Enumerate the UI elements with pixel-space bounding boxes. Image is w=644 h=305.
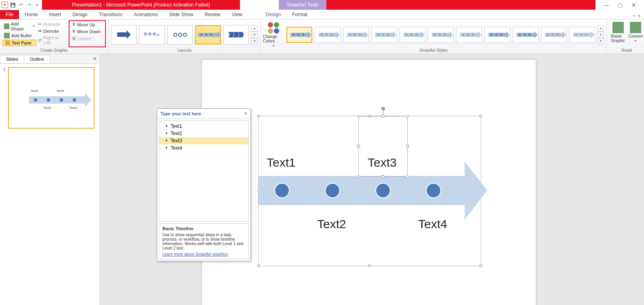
thumb-text4: Text4 [69, 106, 77, 110]
layout-option-4[interactable] [195, 25, 221, 44]
scroll-more-icon[interactable]: ▾ [251, 38, 258, 44]
style-option-4[interactable] [371, 27, 397, 43]
textpane-close-icon[interactable]: ✕ [244, 111, 247, 116]
reset-graphic-icon [612, 22, 624, 33]
textpane-item-1[interactable]: Text1 [159, 123, 248, 130]
layouts-scroll[interactable]: ▴▾▾ [251, 25, 258, 44]
rotation-handle-icon[interactable] [381, 107, 385, 110]
move-down-button[interactable]: ⬇Move Down [70, 28, 104, 34]
scroll-up-icon[interactable]: ▴ [251, 25, 258, 32]
scroll-down-icon[interactable]: ▾ [251, 32, 258, 38]
arrow-down-icon: ⬇ [72, 29, 76, 34]
tab-smartart-design[interactable]: Design [260, 10, 286, 19]
timeline-node-4[interactable] [426, 183, 441, 198]
timeline-node-2[interactable] [325, 183, 340, 198]
style-option-10[interactable] [541, 27, 567, 43]
tab-animations[interactable]: Animations [128, 10, 163, 19]
add-shape-button[interactable]: Add Shape ▾ [2, 21, 36, 32]
scroll-more-icon[interactable]: ▾ [598, 38, 604, 44]
layout-option-1[interactable] [111, 25, 137, 44]
slide-canvas[interactable]: Text1 Text3 Text2 Text4 [202, 60, 536, 305]
style-option-7[interactable] [456, 27, 482, 43]
textpane-list[interactable]: Text1 Text2 Text3 Text4 [159, 121, 249, 222]
layout-button[interactable]: ▦Layout ▾ [70, 35, 104, 41]
tab-smartart-format[interactable]: Format [286, 10, 313, 19]
group-label-styles: SmartArt Styles [263, 47, 604, 54]
scroll-down-icon[interactable]: ▾ [598, 32, 604, 38]
save-icon[interactable]: 💾 [10, 2, 16, 8]
redo-icon[interactable]: ↷ [26, 2, 32, 8]
textpane-title: Type your text here [160, 111, 201, 116]
textpane-footer-title: Basic Timeline [162, 226, 245, 231]
timeline-node-3[interactable] [375, 183, 391, 198]
slide-editor[interactable]: Text1 Text3 Text2 Text4 Type your text h… [100, 54, 644, 305]
textpane-item-2[interactable]: Text2 [159, 130, 248, 137]
textpane-item-3[interactable]: Text3 [159, 137, 248, 144]
right-to-left-button[interactable]: ⇄Right to Left [36, 35, 69, 45]
minimize-button[interactable]: ― [604, 2, 609, 8]
panel-close-icon[interactable]: ✕ [90, 56, 100, 61]
group-label-reset: Reset [609, 47, 644, 54]
style-option-1[interactable] [286, 27, 312, 43]
slides-tab[interactable]: Slides [0, 55, 24, 63]
style-option-11[interactable] [569, 27, 595, 43]
text-pane-icon [5, 40, 10, 45]
style-option-8[interactable] [484, 27, 510, 43]
tab-transitions[interactable]: Transitions [93, 10, 128, 19]
promote-button[interactable]: ⬅Promote [36, 21, 69, 27]
textpane-learn-more-link[interactable]: Learn more about SmartArt graphics [162, 252, 228, 256]
group-create-graphic: Add Shape ▾ Add Bullet Text Pane ⬅Promot… [0, 19, 109, 54]
layout-option-2[interactable]: ▶ [139, 25, 164, 44]
layout-option-3[interactable] [167, 25, 193, 44]
style-option-3[interactable] [343, 27, 369, 43]
tab-view[interactable]: View [226, 10, 248, 19]
thumb-text1: Text1 [31, 89, 38, 93]
add-shape-icon [4, 23, 9, 29]
scroll-up-icon[interactable]: ▴ [598, 25, 604, 32]
smartart-text-4[interactable]: Text4 [418, 217, 447, 231]
ribbon-minimize-icon[interactable]: ^ [633, 14, 635, 19]
style-option-2[interactable] [315, 27, 341, 43]
layout-option-5[interactable] [223, 25, 249, 44]
smartart-graphic[interactable]: Text1 Text3 Text2 Text4 [258, 116, 481, 266]
tab-design[interactable]: Design [67, 10, 93, 19]
style-option-9[interactable] [513, 27, 539, 43]
help-icon[interactable]: ? [638, 14, 640, 19]
textpane-item-4[interactable]: Text4 [159, 144, 248, 152]
close-button[interactable]: ✕ [631, 2, 636, 8]
tab-review[interactable]: Review [199, 10, 226, 19]
add-bullet-icon [4, 33, 10, 38]
file-tab[interactable]: File [0, 10, 19, 19]
styles-scroll[interactable]: ▴▾▾ [598, 25, 604, 44]
timeline-node-1[interactable] [274, 183, 290, 198]
layout-icon: ▦ [72, 36, 76, 41]
tab-insert[interactable]: Insert [43, 10, 67, 19]
arrow-up-icon: ⬆ [72, 22, 76, 27]
group-reset: Reset Graphic Convert▾ Reset [607, 19, 644, 54]
maximize-button[interactable]: ▢ [618, 2, 623, 8]
group-layouts: ▶ ▴▾▾ Layouts [109, 19, 261, 54]
powerpoint-icon: P [2, 2, 8, 8]
textpane-footer-body: Use to show sequential steps in a task, … [162, 233, 245, 250]
undo-icon[interactable]: ↶ [18, 2, 24, 8]
slide-thumbnail-1[interactable]: Text1 Text3 Text2 Text4 [8, 67, 95, 129]
demote-button[interactable]: ➡Demote [36, 28, 69, 34]
smartart-text-2[interactable]: Text2 [317, 217, 346, 231]
reset-graphic-button[interactable]: Reset Graphic [611, 22, 625, 47]
selection-box[interactable] [358, 116, 408, 177]
thumb-text3: Text3 [57, 89, 64, 93]
move-up-button[interactable]: ⬆Move Up [70, 21, 104, 28]
qat-dropdown-icon[interactable]: ▾ [34, 2, 40, 8]
add-bullet-button[interactable]: Add Bullet [2, 32, 36, 39]
tab-home[interactable]: Home [19, 10, 43, 19]
text-pane-button[interactable]: Text Pane [2, 40, 36, 46]
title-bar: P 💾 ↶ ↷ ▾ Presentation1 - Microsoft Powe… [0, 0, 644, 10]
style-option-6[interactable] [428, 27, 454, 43]
outline-tab[interactable]: Outline [24, 55, 50, 63]
style-option-5[interactable] [400, 27, 425, 43]
change-colors-button[interactable]: Change Colors▾ [263, 22, 284, 47]
tab-slideshow[interactable]: Slide Show [163, 10, 199, 19]
text-pane-panel[interactable]: Type your text here ✕ Text1 Text2 Text3 … [157, 108, 251, 261]
smartart-text-1[interactable]: Text1 [267, 156, 296, 169]
convert-button[interactable]: Convert▾ [629, 22, 643, 47]
